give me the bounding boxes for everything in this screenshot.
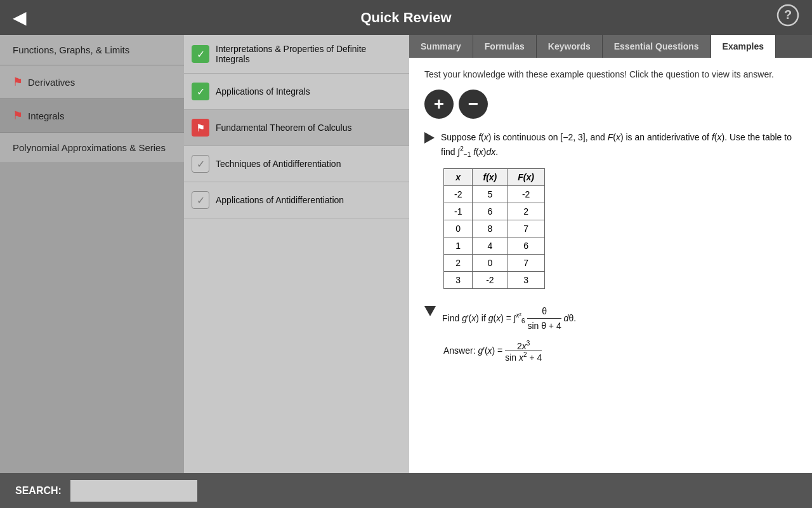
- sidebar-item-functions[interactable]: Functions, Graphs, & Limits: [0, 35, 184, 65]
- header: ◀ Quick Review ?: [0, 0, 812, 35]
- sidebar-item-integrals[interactable]: ⚑ Integrals: [0, 99, 184, 133]
- table-row: -162: [444, 203, 545, 220]
- question-2-answer: Answer: g′(x) = 2x3 sin x2 + 4: [443, 340, 797, 363]
- flag-icon-derivatives: ⚑: [13, 75, 23, 89]
- topic-item-techniques[interactable]: ✓ Techniques of Antidifferentiation: [184, 146, 409, 182]
- tab-keywords[interactable]: Keywords: [537, 35, 603, 58]
- svg-text:?: ?: [784, 8, 792, 22]
- topics-panel: ✓ Interpretations & Properties of Defini…: [184, 35, 409, 473]
- content-panel: Summary Formulas Keywords Essential Ques…: [409, 35, 812, 473]
- main-layout: Functions, Graphs, & Limits ⚑ Derivative…: [0, 35, 812, 473]
- expand-icon-q1[interactable]: [424, 132, 435, 144]
- question-1-header[interactable]: Suppose f(x) is continuous on [−2, 3], a…: [424, 130, 797, 161]
- tab-bar: Summary Formulas Keywords Essential Ques…: [409, 35, 812, 58]
- search-bar: SEARCH:: [0, 473, 812, 508]
- zoom-controls: + −: [424, 90, 797, 119]
- question-2-header[interactable]: Find g′(x) if g(x) = ∫x²6 θ sin θ + 4 dθ…: [424, 304, 797, 333]
- question-1: Suppose f(x) is continuous on [−2, 3], a…: [424, 130, 797, 289]
- table-row: 3-23: [444, 271, 545, 288]
- question-2-text: Find g′(x) if g(x) = ∫x²6 θ sin θ + 4 dθ…: [442, 304, 576, 333]
- sidebar-item-polynomial[interactable]: Polynomial Approximations & Series: [0, 133, 184, 163]
- tab-examples[interactable]: Examples: [711, 35, 776, 58]
- zoom-in-button[interactable]: +: [424, 90, 454, 119]
- flag-icon-integrals: ⚑: [13, 109, 23, 123]
- badge-red-flag: ⚑: [192, 119, 209, 137]
- back-button[interactable]: ◀: [13, 7, 27, 28]
- answer-value: 2x3 sin x2 + 4: [505, 340, 542, 363]
- question-1-table: x f(x) F(x) -25-2-1620871462073-23: [443, 168, 545, 289]
- sidebar-item-derivatives[interactable]: ⚑ Derivatives: [0, 65, 184, 99]
- topic-item-fundamental-theorem[interactable]: ⚑ Fundamental Theorem of Calculus: [184, 110, 409, 146]
- tab-summary[interactable]: Summary: [409, 35, 473, 58]
- intro-text: Test your knowledge with these example q…: [424, 69, 797, 79]
- search-label: SEARCH:: [15, 485, 62, 497]
- col-header-x: x: [444, 168, 473, 185]
- badge-grey-check-3: ✓: [192, 155, 209, 173]
- zoom-out-button[interactable]: −: [459, 90, 488, 119]
- topic-item-applications-integrals[interactable]: ✓ Applications of Integrals: [184, 74, 409, 110]
- badge-green-check-2: ✓: [192, 83, 209, 100]
- tab-essential-questions[interactable]: Essential Questions: [603, 35, 711, 58]
- badge-green-check: ✓: [192, 45, 209, 63]
- question-1-text: Suppose f(x) is continuous on [−2, 3], a…: [441, 130, 797, 161]
- badge-grey-check-4: ✓: [192, 191, 209, 209]
- tab-formulas[interactable]: Formulas: [473, 35, 537, 58]
- expand-icon-q2[interactable]: [424, 306, 436, 316]
- table-row: 146: [444, 237, 545, 254]
- topic-item-interpretations[interactable]: ✓ Interpretations & Properties of Defini…: [184, 35, 409, 74]
- col-header-Fx: F(x): [508, 168, 545, 185]
- topic-item-applications-antidiff[interactable]: ✓ Applications of Antidifferentiation: [184, 182, 409, 218]
- answer-label: Answer: g′(x) =: [443, 345, 505, 356]
- sidebar: Functions, Graphs, & Limits ⚑ Derivative…: [0, 35, 184, 473]
- search-input[interactable]: [70, 480, 197, 502]
- help-button[interactable]: ?: [776, 4, 799, 31]
- content-body: Test your knowledge with these example q…: [409, 58, 812, 473]
- table-row: 087: [444, 220, 545, 237]
- page-title: Quick Review: [360, 10, 451, 26]
- table-row: 207: [444, 254, 545, 271]
- table-row: -25-2: [444, 185, 545, 203]
- col-header-fx: f(x): [473, 168, 508, 185]
- question-2: Find g′(x) if g(x) = ∫x²6 θ sin θ + 4 dθ…: [424, 304, 797, 363]
